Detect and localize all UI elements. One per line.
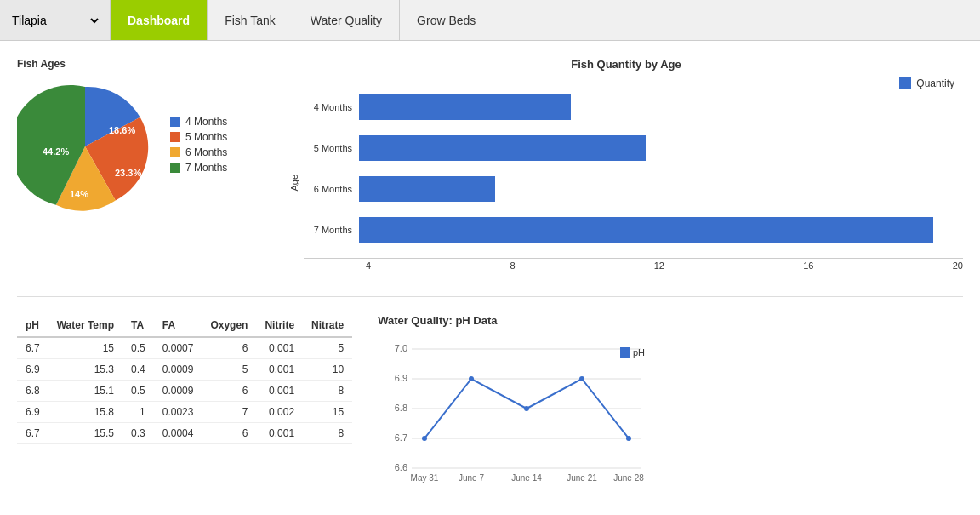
species-selector[interactable]: Tilapia [0,0,111,40]
svg-text:June 7: June 7 [459,473,484,483]
cell-r4-c3: 0.0004 [154,423,202,444]
table-body: 6.7150.50.000760.00156.915.30.40.000950.… [17,337,352,444]
cell-r1-c4: 5 [202,359,256,381]
col-header-water-temp: Water Temp [48,314,122,337]
line-chart-section: Water Quality: pH Data 7.0 6.9 6.8 6.7 6… [378,314,963,485]
svg-text:6.6: 6.6 [395,462,407,472]
svg-point-23 [626,436,631,441]
bar-fill-7months [359,217,933,243]
svg-point-21 [524,406,529,411]
pie-container: 18.6% 23.3% 14% 44.2% 4 Months 5 Months [17,78,255,215]
col-header-ph: pH [17,314,48,337]
cell-r1-c3: 0.0009 [154,359,202,381]
tab-fish-tank[interactable]: Fish Tank [208,0,293,40]
pie-chart-svg: 18.6% 23.3% 14% 44.2% [17,78,153,215]
legend-item-7months: 7 Months [170,162,227,174]
svg-point-20 [469,376,474,381]
col-header-fa: FA [154,314,202,337]
bar-chart-inner: 4 Months 5 Months 6 Months [304,94,963,271]
svg-text:44.2%: 44.2% [43,146,69,157]
bar-row-7months: 7 Months [304,217,963,243]
bar-y-axis-label: Age [289,175,299,192]
table-header-row: pH Water Temp TA FA Oxygen Nitrite Nitra… [17,314,352,337]
svg-text:18.6%: 18.6% [109,125,135,135]
bar-fill-6months [359,176,495,202]
bar-chart-legend: Quantity [899,77,954,89]
bar-legend-color [899,77,911,89]
svg-text:6.8: 6.8 [395,403,407,413]
col-header-ta: TA [122,314,154,337]
svg-text:6.7: 6.7 [395,432,407,443]
cell-r3-c5: 0.002 [256,402,303,423]
bar-chart-section: Fish Quantity by Age Quantity Age 4 Mont… [289,58,963,271]
cell-r2-c0: 6.8 [17,381,48,402]
pie-legend: 4 Months 5 Months 6 Months 7 Months [170,116,227,177]
cell-r0-c2: 0.5 [122,337,154,359]
line-chart-title: Water Quality: pH Data [378,314,963,327]
svg-text:pH: pH [633,347,645,358]
legend-item-5months: 5 Months [170,131,227,143]
legend-color-7months [170,163,180,173]
cell-r4-c5: 0.001 [256,423,303,444]
legend-color-4months [170,117,180,127]
col-header-nitrate: Nitrate [303,314,352,337]
svg-text:7.0: 7.0 [395,343,407,353]
cell-r0-c4: 6 [202,337,256,359]
legend-item-6months: 6 Months [170,146,227,158]
bar-row-4months: 4 Months [304,94,963,120]
cell-r3-c0: 6.9 [17,402,48,423]
col-header-nitrite: Nitrite [256,314,303,337]
cell-r4-c1: 15.5 [48,423,122,444]
cell-r2-c6: 8 [303,381,352,402]
svg-rect-24 [620,347,630,358]
cell-r4-c2: 0.3 [122,423,154,444]
svg-point-19 [422,436,427,441]
svg-point-22 [579,376,584,381]
svg-text:June 14: June 14 [511,473,542,483]
table-row: 6.915.810.002370.00215 [17,402,352,423]
legend-item-4months: 4 Months [170,116,227,128]
cell-r2-c5: 0.001 [256,381,303,402]
cell-r1-c6: 10 [303,359,352,381]
tab-grow-beds[interactable]: Grow Beds [400,0,493,40]
cell-r3-c1: 15.8 [48,402,122,423]
table-row: 6.815.10.50.000960.0018 [17,381,352,402]
cell-r3-c3: 0.0023 [154,402,202,423]
bar-chart-title: Fish Quantity by Age [289,58,963,71]
cell-r3-c2: 1 [122,402,154,423]
cell-r0-c0: 6.7 [17,337,48,359]
species-dropdown[interactable]: Tilapia [9,13,101,28]
legend-color-6months [170,147,180,157]
bar-chart-container: Age 4 Months 5 Months [289,94,963,271]
bar-fill-5months [359,135,646,161]
svg-text:6.9: 6.9 [395,373,407,383]
cell-r2-c1: 15.1 [48,381,122,402]
cell-r4-c0: 6.7 [17,423,48,444]
svg-text:May 31: May 31 [411,473,439,483]
bar-row-5months: 5 Months [304,135,963,161]
cell-r1-c5: 0.001 [256,359,303,381]
svg-text:14%: 14% [70,189,88,199]
table-row: 6.715.50.30.000460.0018 [17,423,352,444]
table-row: 6.915.30.40.000950.00110 [17,359,352,381]
svg-text:June 21: June 21 [567,473,597,483]
nav-bar: Tilapia Dashboard Fish Tank Water Qualit… [0,0,980,41]
cell-r2-c3: 0.0009 [154,381,202,402]
pie-chart-title: Fish Ages [17,58,255,70]
line-chart-svg: 7.0 6.9 6.8 6.7 6.6 May 31 June 7 June 1… [378,332,667,485]
cell-r1-c2: 0.4 [122,359,154,381]
cell-r0-c5: 0.001 [256,337,303,359]
svg-text:June 28: June 28 [613,473,644,483]
tab-dashboard[interactable]: Dashboard [111,0,208,40]
table-row: 6.7150.50.000760.0015 [17,337,352,359]
cell-r0-c6: 5 [303,337,352,359]
cell-r1-c1: 15.3 [48,359,122,381]
cell-r3-c6: 15 [303,402,352,423]
legend-color-5months [170,132,180,142]
tab-water-quality[interactable]: Water Quality [293,0,400,40]
cell-r2-c2: 0.5 [122,381,154,402]
pie-chart-section: Fish Ages 18.6% 23.3% 14% 44.2% [17,58,255,271]
water-quality-table: pH Water Temp TA FA Oxygen Nitrite Nitra… [17,314,352,444]
water-table-section: pH Water Temp TA FA Oxygen Nitrite Nitra… [17,314,352,485]
top-section: Fish Ages 18.6% 23.3% 14% 44.2% [17,58,963,271]
